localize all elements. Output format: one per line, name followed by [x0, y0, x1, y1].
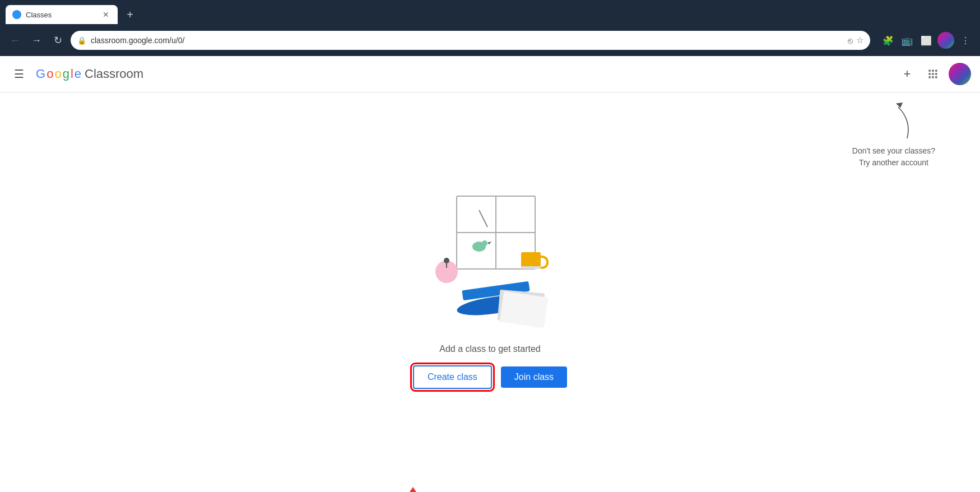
- svg-rect-0: [929, 70, 931, 72]
- bookmark-icon[interactable]: ☆: [856, 35, 863, 45]
- menu-icon[interactable]: ⋮: [958, 33, 973, 48]
- illustration-svg: [406, 174, 574, 331]
- tab-favicon: 🌐: [12, 10, 21, 19]
- svg-marker-16: [487, 242, 491, 244]
- svg-point-15: [482, 240, 487, 246]
- classroom-text: Classroom: [85, 67, 143, 81]
- svg-line-13: [479, 210, 487, 227]
- add-button[interactable]: +: [897, 64, 917, 84]
- split-icon[interactable]: ⬜: [918, 33, 934, 48]
- curved-arrow-icon: [871, 98, 916, 143]
- button-row: Create class Join class: [413, 365, 567, 389]
- active-tab[interactable]: 🌐 Classes ✕: [6, 5, 118, 24]
- url-text: classroom.google.com/u/0/: [91, 36, 843, 45]
- svg-rect-7: [932, 76, 933, 78]
- google-g-blue: G: [36, 67, 45, 81]
- lock-icon: 🔒: [77, 36, 86, 45]
- google-g-blue2: e: [75, 67, 81, 81]
- user-avatar-image: [949, 63, 971, 85]
- cast-icon[interactable]: 📺: [899, 33, 915, 48]
- browser-right-icons: 🧩 📺 ⬜ ⋮: [880, 32, 973, 49]
- plus-icon: +: [904, 67, 911, 81]
- header-right: +: [897, 63, 971, 85]
- svg-rect-3: [929, 73, 931, 75]
- google-g-green: g: [63, 67, 69, 81]
- svg-point-20: [444, 258, 449, 263]
- hamburger-icon: ☰: [14, 67, 24, 81]
- tab-close-button[interactable]: ✕: [101, 10, 111, 20]
- back-button[interactable]: ←: [7, 32, 24, 49]
- address-bar[interactable]: 🔒 classroom.google.com/u/0/ ⎋ ☆: [71, 31, 870, 50]
- grid-icon: [927, 68, 939, 80]
- svg-rect-8: [935, 76, 937, 78]
- google-g-red2: l: [71, 67, 73, 81]
- address-bar-row: ← → ↻ 🔒 classroom.google.com/u/0/ ⎋ ☆ 🧩 …: [0, 25, 980, 56]
- svg-rect-5: [935, 73, 937, 75]
- refresh-button[interactable]: ↻: [49, 32, 66, 49]
- google-classroom-logo: Google Classroom: [36, 67, 143, 81]
- tab-bar: 🌐 Classes ✕ +: [0, 0, 980, 25]
- forward-button[interactable]: →: [28, 32, 45, 49]
- create-class-button[interactable]: Create class: [413, 365, 492, 389]
- profile-avatar[interactable]: [937, 32, 954, 49]
- new-tab-button[interactable]: +: [122, 7, 138, 22]
- svg-rect-4: [932, 73, 933, 75]
- tooltip-line1: Don't see your classes?: [852, 145, 935, 157]
- avatar-image: [937, 32, 954, 49]
- svg-marker-26: [391, 487, 435, 493]
- hamburger-menu[interactable]: ☰: [9, 64, 29, 84]
- tooltip-container: Don't see your classes? Try another acco…: [852, 98, 935, 169]
- addr-right-icons: ⎋ ☆: [848, 35, 863, 45]
- classroom-illustration: [406, 174, 574, 333]
- apps-button[interactable]: [923, 64, 943, 84]
- svg-rect-18: [521, 266, 541, 269]
- svg-rect-1: [932, 70, 933, 72]
- google-g-red: o: [47, 67, 53, 81]
- tooltip-line2: Try another account: [852, 157, 935, 169]
- svg-rect-17: [521, 252, 541, 268]
- svg-rect-6: [929, 76, 931, 78]
- user-avatar[interactable]: [949, 63, 971, 85]
- red-arrow-icon: [379, 487, 447, 493]
- join-class-button[interactable]: Join class: [501, 366, 567, 388]
- main-content: Don't see your classes? Try another acco…: [0, 92, 980, 492]
- svg-rect-2: [935, 70, 937, 72]
- svg-marker-9: [896, 103, 903, 108]
- svg-rect-25: [499, 291, 548, 328]
- tab-title: Classes: [26, 11, 96, 19]
- app-header: ☰ Google Classroom +: [0, 56, 980, 92]
- google-g-yellow: o: [54, 67, 61, 81]
- browser-chrome: 🌐 Classes ✕ + ← → ↻ 🔒 classroom.google.c…: [0, 0, 980, 56]
- share-icon[interactable]: ⎋: [848, 36, 853, 45]
- extensions-icon[interactable]: 🧩: [880, 33, 896, 48]
- tagline-text: Add a class to get started: [439, 344, 541, 354]
